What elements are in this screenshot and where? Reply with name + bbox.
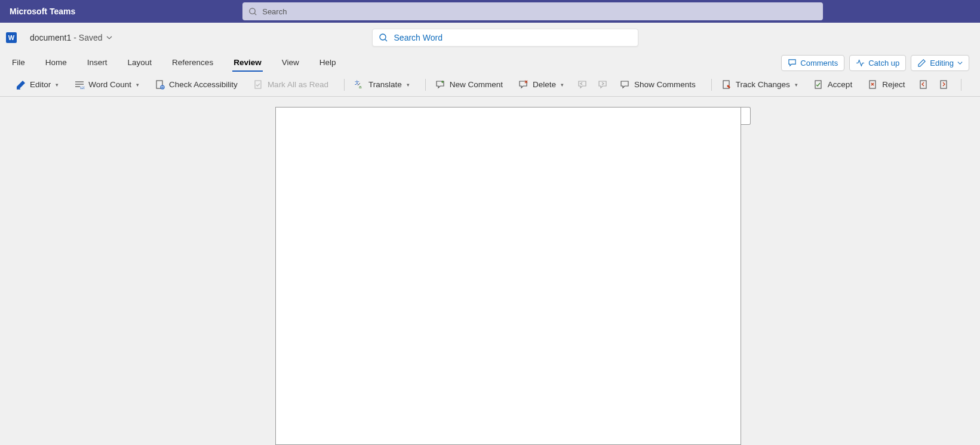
word-search-input[interactable] [394, 33, 632, 42]
editing-button[interactable]: Editing [911, 55, 969, 71]
reject-label: Reject [882, 80, 905, 89]
tab-references[interactable]: References [171, 54, 214, 72]
chevron-down-icon [957, 60, 963, 66]
word-count-label: Word Count [88, 80, 131, 89]
reject-icon [868, 79, 878, 90]
svg-rect-18 [941, 81, 947, 88]
catchup-label: Catch up [868, 59, 899, 67]
comments-label: Comments [800, 59, 838, 67]
show-comments-button[interactable]: Show Comments [615, 77, 701, 93]
toolbar-divider [344, 79, 345, 91]
translate-label: Translate [368, 80, 402, 89]
svg-rect-17 [920, 81, 926, 88]
svg-rect-15 [815, 81, 821, 88]
accessibility-icon [155, 79, 165, 90]
teams-header: Microsoft Teams [0, 0, 980, 23]
translate-icon: 文a [354, 79, 365, 90]
tab-help[interactable]: Help [318, 54, 337, 72]
tab-home[interactable]: Home [44, 54, 68, 72]
previous-change-button[interactable] [916, 77, 932, 93]
new-comment-icon [435, 79, 446, 90]
svg-rect-11 [255, 81, 261, 88]
document-canvas [0, 97, 980, 445]
svg-text:a: a [359, 84, 362, 90]
editor-icon [16, 79, 26, 90]
tab-view[interactable]: View [281, 54, 300, 72]
previous-comment-button[interactable] [575, 77, 591, 93]
new-comment-button[interactable]: New Comment [431, 77, 508, 93]
svg-line-1 [255, 13, 257, 15]
mark-read-icon [253, 79, 264, 90]
document-status: - Saved [73, 33, 102, 42]
show-comments-icon [620, 79, 631, 90]
catchup-button[interactable]: Catch up [849, 55, 906, 71]
new-comment-label: New Comment [450, 80, 503, 89]
document-name[interactable]: document1 [30, 33, 71, 42]
doc-titlebar: W document1 - Saved [0, 23, 980, 53]
translate-button[interactable]: 文a Translate ▾ [349, 77, 414, 93]
word-count-icon: 123 [74, 79, 85, 90]
next-change-button[interactable] [936, 77, 953, 93]
document-page[interactable] [275, 107, 741, 445]
delete-button[interactable]: Delete ▾ [514, 77, 569, 93]
editing-label: Editing [930, 59, 954, 67]
teams-title: Microsoft Teams [10, 7, 75, 16]
mark-all-read-label: Mark All as Read [268, 80, 328, 89]
accept-button[interactable]: Accept [809, 77, 857, 93]
ribbon-tabs: File Home Insert Layout References Revie… [0, 53, 980, 73]
word-app-icon: W [6, 32, 17, 43]
chevron-down-icon: ▾ [407, 82, 410, 88]
editor-label: Editor [30, 80, 51, 89]
accept-label: Accept [828, 80, 852, 89]
word-search-box[interactable] [372, 29, 638, 47]
tab-layout[interactable]: Layout [127, 54, 153, 72]
editor-button[interactable]: Editor ▾ [11, 77, 63, 93]
search-icon [379, 33, 388, 42]
review-toolbar: Editor ▾ 123 Word Count ▾ Check Accessib… [0, 73, 980, 97]
pencil-icon [917, 59, 926, 67]
chevron-down-icon: ▾ [561, 82, 564, 88]
next-comment-icon [598, 79, 609, 90]
teams-search-box[interactable] [242, 2, 823, 20]
svg-point-10 [162, 85, 163, 87]
tabs-container: File Home Insert Layout References Revie… [11, 54, 337, 72]
tab-file[interactable]: File [11, 54, 26, 72]
toolbar-divider [711, 79, 712, 91]
tab-review[interactable]: Review [232, 54, 263, 72]
svg-line-3 [385, 39, 387, 41]
check-accessibility-button[interactable]: Check Accessibility [150, 77, 242, 93]
reject-button[interactable]: Reject [863, 77, 910, 93]
chevron-down-icon: ▾ [136, 82, 139, 88]
track-changes-label: Track Changes [736, 80, 790, 89]
comment-icon [788, 59, 797, 67]
top-right-buttons: Comments Catch up Editing [781, 55, 969, 71]
word-count-button[interactable]: 123 Word Count ▾ [69, 77, 144, 93]
svg-point-0 [250, 8, 255, 13]
svg-point-2 [380, 34, 386, 40]
track-changes-button[interactable]: Track Changes ▾ [717, 77, 803, 93]
chevron-down-icon[interactable] [106, 35, 112, 41]
next-comment-button[interactable] [595, 77, 612, 93]
page-tab[interactable] [741, 107, 751, 125]
delete-comment-icon [518, 79, 529, 90]
next-change-icon [939, 79, 950, 90]
tab-insert[interactable]: Insert [86, 54, 109, 72]
teams-search-input[interactable] [262, 7, 817, 16]
accept-icon [813, 79, 824, 90]
toolbar-divider [961, 79, 961, 91]
toolbar-divider [425, 79, 426, 91]
search-icon [248, 7, 257, 16]
check-accessibility-label: Check Accessibility [169, 80, 238, 89]
show-comments-label: Show Comments [634, 80, 696, 89]
prev-comment-icon [577, 79, 588, 90]
prev-change-icon [918, 79, 929, 90]
chevron-down-icon: ▾ [56, 82, 59, 88]
track-changes-icon [721, 79, 732, 90]
delete-label: Delete [533, 80, 556, 89]
activity-icon [856, 59, 865, 67]
chevron-down-icon: ▾ [795, 82, 798, 88]
svg-text:123: 123 [80, 86, 85, 90]
mark-all-read-button: Mark All as Read [248, 77, 333, 93]
comments-button[interactable]: Comments [781, 55, 844, 71]
